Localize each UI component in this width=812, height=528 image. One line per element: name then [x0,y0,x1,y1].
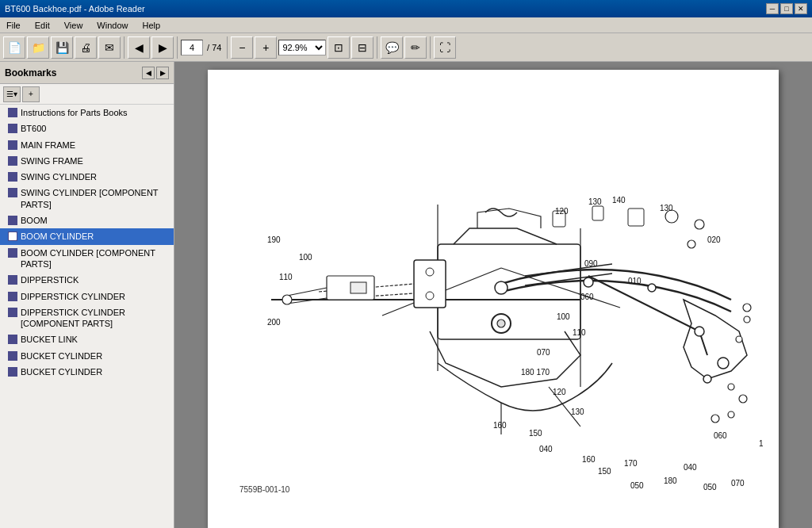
bookmark-label: SWING CYLINDER [COMPONENT PARTS] [21,187,169,210]
svg-text:180: 180 [664,476,677,485]
zoom-in-button[interactable]: + [255,36,277,59]
svg-point-30 [426,268,434,276]
markup-button[interactable]: ✏ [404,36,427,59]
svg-rect-6 [9,216,17,224]
bookmark-item[interactable]: MAIN FRAME [0,137,174,153]
svg-text:140: 140 [612,196,626,205]
svg-point-25 [648,284,656,292]
svg-text:070: 070 [731,479,745,488]
zoom-select[interactable]: 92.9% 50% 75% 100% 125% 150% 200% [278,40,326,55]
maximize-button[interactable]: □ [780,3,793,14]
bookmark-item[interactable]: BOOM [0,212,174,228]
sidebar-scroll[interactable]: Instructions for Parts BooksBT600MAIN FR… [0,105,174,528]
minimize-button[interactable]: ─ [766,3,779,14]
bookmark-icon [8,335,17,344]
bookmark-label: DIPPERSTICK CYLINDER [21,291,125,302]
bookmark-icon [8,140,17,150]
prev-view-button[interactable]: ◀ [128,36,150,59]
svg-point-55 [688,240,695,248]
bookmark-item[interactable]: SWING FRAME [0,153,174,169]
save-button[interactable]: 💾 [51,36,73,59]
new-button[interactable]: 📄 [3,36,25,59]
comment-button[interactable]: 💬 [381,36,403,59]
svg-rect-4 [9,173,17,181]
svg-rect-13 [9,352,17,360]
svg-point-42 [739,395,747,403]
title-bar: BT600 Backhoe.pdf - Adobe Reader ─ □ ✕ [0,0,812,17]
svg-rect-9 [9,276,17,284]
fit-width-button[interactable]: ⊟ [351,36,373,59]
main-area: Bookmarks ◀ ▶ ☰▾ + Instructions for Part… [0,62,812,528]
svg-text:060: 060 [714,431,727,440]
svg-point-54 [695,220,704,229]
svg-text:150: 150 [598,467,611,476]
sidebar-toolbar: ☰▾ + [0,84,174,105]
email-button[interactable]: ✉ [98,36,121,59]
bookmark-icon [8,124,17,133]
svg-point-43 [728,411,734,418]
close-button[interactable]: ✕ [795,3,807,14]
bookmark-item[interactable]: Instructions for Parts Books [0,105,174,121]
svg-rect-11 [9,308,17,316]
bookmark-label: BUCKET CYLINDER [21,366,102,377]
menu-edit[interactable]: Edit [32,20,53,31]
bookmark-item[interactable]: BUCKET CYLINDER [0,348,174,364]
sidebar-collapse-button[interactable]: ◀ [142,67,155,79]
bookmark-add-button[interactable]: + [22,86,40,102]
sidebar-header: Bookmarks ◀ ▶ [0,62,174,84]
bookmark-item[interactable]: BOOM CYLINDER [0,228,174,244]
bookmark-icon [8,172,17,182]
bookmark-item[interactable]: BOOM CYLINDER [COMPONENT PARTS] [0,245,174,273]
fit-page-button[interactable]: ⊡ [327,36,350,59]
svg-point-39 [743,304,751,312]
content-area[interactable]: 140 120 130 130 020 020 030 190 100 110 … [174,62,812,528]
bookmark-item[interactable]: BUCKET LINK [0,331,174,347]
open-button[interactable]: 📁 [27,36,49,59]
svg-point-31 [426,292,434,300]
svg-rect-14 [9,368,17,376]
diagram-container: 140 120 130 130 020 020 030 190 100 110 … [224,86,763,500]
print-button[interactable]: 🖨 [75,36,97,59]
bookmark-item[interactable]: BT600 [0,121,174,136]
bookmark-item[interactable]: DIPPERSTICK CYLINDER [COMPONENT PARTS] [0,304,174,332]
svg-text:110: 110 [573,328,586,337]
bookmark-label: Instructions for Parts Books [21,107,128,118]
sidebar-expand-button[interactable]: ▶ [156,67,169,79]
bookmark-icon [8,367,17,377]
svg-rect-29 [414,260,446,308]
svg-text:100: 100 [557,312,570,321]
title-bar-buttons: ─ □ ✕ [766,3,807,14]
bookmark-icon [8,216,17,225]
menu-file[interactable]: File [3,20,24,31]
bookmark-item[interactable]: BUCKET CYLINDER [0,364,174,380]
bookmark-icon [8,156,17,166]
bookmark-icon [8,308,17,317]
svg-point-26 [695,327,704,336]
menu-window[interactable]: Window [94,20,131,31]
svg-rect-2 [9,141,17,149]
separator-3 [227,36,228,59]
menu-help[interactable]: Help [139,20,163,31]
bookmark-item[interactable]: DIPPERSTICK CYLINDER [0,289,174,304]
svg-text:010: 010 [628,277,642,285]
bookmark-item[interactable]: DIPPERSTICK [0,272,174,288]
svg-rect-1 [9,124,17,132]
bookmark-item[interactable]: SWING CYLINDER [0,169,174,185]
svg-text:110: 110 [279,273,293,281]
zoom-out-button[interactable]: − [231,36,253,59]
svg-point-23 [495,281,508,294]
fullscreen-button[interactable]: ⛶ [434,36,456,59]
bookmark-options-button[interactable]: ☰▾ [3,86,21,102]
bookmark-label: BOOM CYLINDER [21,231,94,242]
page-total: / 74 [205,43,224,52]
next-view-button[interactable]: ▶ [151,36,174,59]
bookmark-icon [8,275,17,285]
page-number-input[interactable] [181,40,203,55]
menu-view[interactable]: View [61,20,86,31]
svg-text:160: 160 [582,455,596,464]
bookmark-item[interactable]: SWING CYLINDER [COMPONENT PARTS] [0,185,174,212]
svg-rect-7 [9,232,17,240]
diagram-svg: 140 120 130 130 020 020 030 190 100 110 … [224,86,763,498]
bookmark-label: DIPPERSTICK [21,274,79,285]
svg-rect-12 [9,335,17,343]
